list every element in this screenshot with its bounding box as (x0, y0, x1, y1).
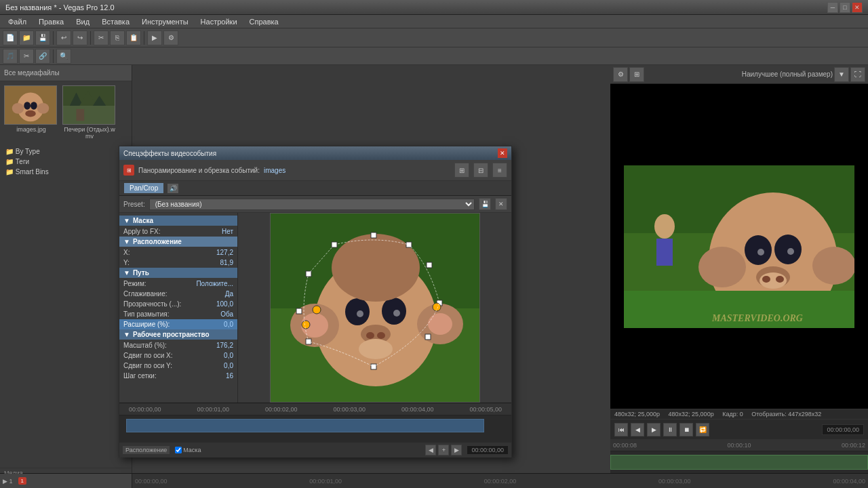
stop[interactable]: ⏹ (679, 423, 693, 436)
dialog-ruler-marks: 00:00:00,00 00:00:01,00 00:00:02,00 00:0… (122, 406, 509, 413)
minimize-button[interactable]: ─ (827, 2, 838, 13)
preview-quality-menu[interactable]: ▼ (834, 67, 849, 82)
shift-x-value: 0,0 (206, 352, 233, 359)
preview-toolbar: ⚙ ⊞ Наилучшее (полный размер) ▼ ⛶ (610, 65, 868, 84)
preview-panel: ⚙ ⊞ Наилучшее (полный размер) ▼ ⛶ (610, 65, 868, 473)
tl-add-btn[interactable]: + (438, 445, 449, 455)
tab-speaker-icon[interactable]: 🔊 (167, 183, 179, 194)
params-panel: ▼ Маска Apply to FX: Нет ▼ Расположение … (119, 213, 238, 403)
pause[interactable]: ⏸ (663, 423, 677, 436)
time-mark-1: 00:00:08 (613, 442, 637, 449)
d-ruler-3: 00:00:02,00 (265, 406, 298, 413)
section-path[interactable]: ▼ Путь (119, 268, 237, 278)
mask-checkbox[interactable] (175, 447, 182, 453)
menu-settings[interactable]: Настройки (195, 16, 243, 27)
section-mask-icon: ▼ (123, 217, 130, 224)
grid-row: Шаг сетки: 16 (119, 371, 237, 381)
section-mask[interactable]: ▼ Маска (119, 216, 237, 226)
snap-btn[interactable]: 🔗 (35, 49, 50, 64)
dialog-settings-btn[interactable]: ⊞ (454, 163, 469, 178)
menu-edit[interactable]: Правка (33, 16, 69, 27)
dialog-icon: ⊞ (123, 165, 134, 176)
expand-row[interactable]: Расширие (%): 0,0 (119, 319, 237, 329)
dialog-body: ▼ Маска Apply to FX: Нет ▼ Расположение … (119, 213, 511, 403)
dialog-title: Панорамирование и обрезка событий: (138, 167, 260, 174)
timeline-tracks-left: ▶ 1 1 ▶ 2 2 (0, 474, 132, 488)
preview-status-bar: 480x32; 25,000р 480x32; 25,000р Кадр: 0 … (610, 409, 868, 419)
copy-button[interactable]: ⎘ (110, 30, 125, 45)
d-ruler-1: 00:00:00,00 (129, 406, 161, 413)
dialog-preset-bar: Preset: (Без названия) 💾 ✕ (119, 196, 511, 213)
pan-crop-dialog: Спецэффекты видеособытия ✕ ⊞ Панорамиров… (119, 146, 512, 458)
menu-file[interactable]: Файл (3, 16, 32, 27)
smooth-value: Да (206, 290, 233, 298)
maximize-button[interactable]: □ (840, 2, 850, 13)
media-item-2[interactable]: Печери (Отдых).wmv (62, 85, 117, 140)
open-button[interactable]: 📁 (19, 30, 34, 45)
ruler-marks: 00:00:00,00 00:00:01,00 00:00:02,00 00:0… (135, 478, 865, 485)
preset-dropdown[interactable]: (Без названия) (149, 199, 475, 210)
paste-button[interactable]: 📋 (126, 30, 141, 45)
dialog-grid-btn[interactable]: ⊟ (473, 163, 488, 178)
d-ruler-4: 00:00:03,00 (333, 406, 366, 413)
media-item-1[interactable]: images.jpg (4, 85, 58, 140)
window-controls: ─ □ ✕ (827, 2, 863, 13)
section-mask-label: Маска (133, 217, 153, 224)
preview-grid[interactable]: ⊞ (629, 67, 644, 82)
blur-row: Тип размытия: Оба (119, 309, 237, 319)
preview-settings[interactable]: ⚙ (613, 67, 628, 82)
menu-tools[interactable]: Инструменты (136, 16, 194, 27)
svg-point-57 (302, 321, 310, 329)
preview-full[interactable]: ⛶ (850, 67, 865, 82)
loop[interactable]: 🔁 (696, 423, 709, 436)
render-button[interactable]: ▶ (147, 30, 162, 45)
trim-btn[interactable]: ✂ (19, 49, 34, 64)
svg-point-42 (359, 339, 393, 359)
cut-button[interactable]: ✂ (94, 30, 108, 45)
scale-label: Масштаб (%): (123, 342, 203, 349)
blur-label: Тип размытия: (123, 310, 203, 318)
tl-next-btn[interactable]: ▶ (451, 445, 462, 455)
section-path-label: Путь (133, 269, 149, 277)
preset-save-btn[interactable]: 💾 (479, 198, 491, 210)
undo-button[interactable]: ↩ (56, 30, 71, 45)
tab-pan-crop[interactable]: Pan/Crop (123, 182, 164, 194)
section-path-icon: ▼ (123, 269, 130, 277)
tree-by-type[interactable]: 📁 By Type (3, 146, 129, 157)
menu-help[interactable]: Справка (244, 16, 284, 27)
svg-rect-8 (63, 106, 115, 124)
frame-value: 0 (740, 411, 743, 418)
media-btn[interactable]: 🎵 (3, 49, 18, 64)
render-options-button[interactable]: ⚙ (163, 30, 178, 45)
ruler-mark-4: 00:00:03,00 (658, 478, 691, 485)
grid-value: 16 (206, 372, 233, 380)
preset-delete-btn[interactable]: ✕ (495, 198, 507, 210)
new-button[interactable]: 📄 (3, 30, 18, 45)
ruler-mark-3: 00:00:02,00 (484, 478, 517, 485)
menu-insert[interactable]: Вставка (96, 16, 135, 27)
dialog-list-btn[interactable]: ≡ (492, 163, 507, 178)
tl-prev-btn[interactable]: ◀ (425, 445, 436, 455)
menu-view[interactable]: Вид (71, 16, 95, 27)
play-to-start[interactable]: ⏮ (614, 423, 628, 436)
dialog-close-button[interactable]: ✕ (498, 148, 507, 158)
dialog-filename: images (264, 167, 285, 174)
main-timeline: ▶ 1 1 ▶ 2 2 00:00:00,00 00:00:01,00 00:0… (0, 473, 868, 488)
section-workspace[interactable]: ▼ Рабочее пространство (119, 329, 237, 340)
zoom-btn[interactable]: 🔍 (56, 49, 71, 64)
svg-point-25 (776, 276, 784, 283)
play-forward[interactable]: ▶ (647, 423, 660, 436)
section-position[interactable]: ▼ Расположение (119, 237, 237, 247)
tree-tags[interactable]: 📁 Теги (3, 157, 129, 167)
track-header-label: ▶ 1 (3, 478, 13, 485)
tl-timecode: 00:00:00,00 (467, 445, 509, 455)
toolbar-separator-1 (53, 31, 54, 45)
play-back[interactable]: ◀ (631, 423, 644, 436)
tree-smart-bins[interactable]: 📁 Smart Bins (3, 167, 129, 177)
expand-label: Расширие (%): (123, 321, 203, 328)
media-header-label: Все медиафайлы (4, 69, 60, 77)
redo-button[interactable]: ↪ (73, 30, 87, 45)
save-button[interactable]: 💾 (35, 30, 50, 45)
close-button[interactable]: ✕ (852, 2, 863, 13)
ruler-mark-5: 00:00:04,00 (833, 478, 865, 485)
